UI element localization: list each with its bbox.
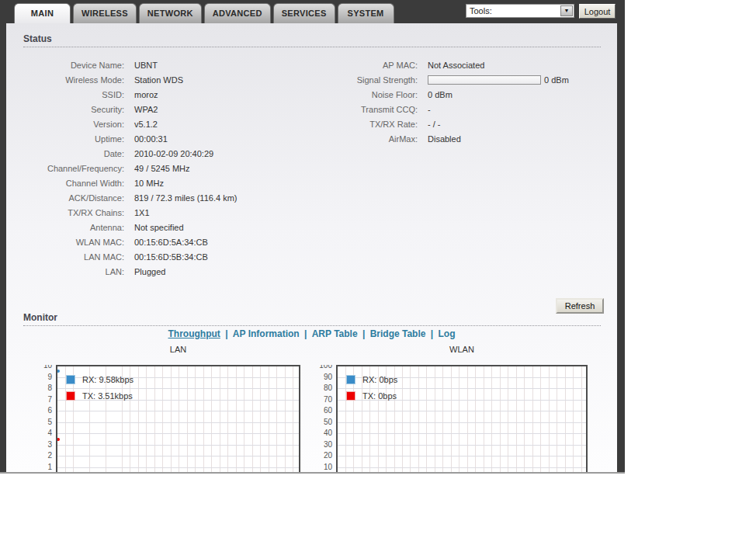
field-label: TX/RX Chains: bbox=[23, 208, 124, 217]
legend-swatch bbox=[66, 375, 75, 384]
lan-chart: LAN 10987654321 RX: 9.58kbps TX: 3.51kbp… bbox=[29, 345, 300, 474]
chart-title: WLAN bbox=[310, 345, 588, 356]
tab-wireless[interactable]: WIRELESS bbox=[73, 3, 137, 23]
field-row-antenna: Antenna: Not specified bbox=[23, 220, 237, 234]
field-label: Wireless Mode: bbox=[23, 75, 124, 85]
field-row-device-name: Device Name: UBNT bbox=[23, 57, 237, 72]
field-value: 819 / 72.3 miles (116.4 km) bbox=[134, 193, 237, 203]
y-tick-label: 3 bbox=[30, 440, 52, 450]
legend-swatch bbox=[66, 391, 75, 401]
y-tick-label: 7 bbox=[30, 395, 52, 404]
chart-body: 10987654321 RX: 9.58kbps TX: 3.51kbps bbox=[29, 365, 300, 474]
field-label: Date: bbox=[23, 149, 124, 158]
y-tick-label: 5 bbox=[30, 418, 52, 427]
screen: MAIN WIRELESS NETWORK ADVANCED SERVICES … bbox=[0, 0, 756, 545]
field-label: TX/RX Rate: bbox=[342, 120, 418, 129]
link-separator: | bbox=[304, 328, 307, 339]
link-log[interactable]: Log bbox=[438, 328, 455, 339]
signal-strength-bar bbox=[428, 75, 541, 85]
field-value: moroz bbox=[134, 90, 158, 99]
y-tick-label: 70 bbox=[310, 395, 332, 404]
tab-network[interactable]: NETWORK bbox=[139, 3, 202, 23]
y-axis: 10987654321 bbox=[29, 365, 56, 474]
y-tick-label: 10 bbox=[30, 365, 52, 370]
y-tick-label: 9 bbox=[30, 373, 52, 382]
field-label: Transmit CCQ: bbox=[342, 105, 418, 114]
chart-title: LAN bbox=[29, 345, 300, 356]
airos-page: MAIN WIRELESS NETWORK ADVANCED SERVICES … bbox=[0, 0, 625, 474]
tab-advanced[interactable]: ADVANCED bbox=[204, 3, 271, 23]
link-separator: | bbox=[362, 328, 365, 339]
field-label: WLAN MAC: bbox=[23, 238, 124, 247]
y-tick-label: 1 bbox=[30, 463, 52, 472]
field-value: - bbox=[428, 105, 431, 114]
field-label: Noise Floor: bbox=[342, 90, 418, 99]
field-label: Antenna: bbox=[23, 223, 124, 232]
field-label: LAN MAC: bbox=[23, 252, 124, 262]
logout-button[interactable]: Logout bbox=[579, 4, 616, 19]
chart-plot: RX: 0bps TX: 0bps bbox=[336, 365, 588, 474]
field-row-date: Date: 2010-02-09 20:40:29 bbox=[23, 146, 237, 161]
link-ap-information[interactable]: AP Information bbox=[233, 328, 300, 339]
field-value: WPA2 bbox=[134, 105, 158, 114]
field-value: 10 MHz bbox=[134, 179, 164, 188]
field-label: Device Name: bbox=[23, 61, 124, 70]
field-row-channel-frequency: Channel/Frequency: 49 / 5245 MHz bbox=[23, 161, 237, 175]
field-value: 49 / 5245 MHz bbox=[134, 164, 190, 173]
chart-legend: RX: 9.58kbps TX: 3.51kbps bbox=[66, 374, 134, 407]
field-value: 0 dBm bbox=[428, 75, 569, 85]
tools-select[interactable]: Tools: ▼ bbox=[466, 4, 574, 18]
field-label: Uptime: bbox=[23, 134, 124, 144]
field-value: Plugged bbox=[134, 267, 165, 276]
y-axis: 100908070605040302010 bbox=[310, 365, 336, 474]
y-tick-label: 50 bbox=[310, 418, 332, 427]
field-value: Station WDS bbox=[134, 75, 183, 85]
y-tick-label: 4 bbox=[30, 429, 52, 438]
legend-label: RX: 0bps bbox=[362, 375, 397, 384]
chevron-down-icon[interactable]: ▼ bbox=[560, 5, 573, 16]
legend-row-rx: RX: 0bps bbox=[346, 374, 397, 384]
field-row-noise-floor: Noise Floor: 0 dBm bbox=[342, 87, 569, 102]
field-value: UBNT bbox=[134, 61, 158, 70]
legend-label: RX: 9.58kbps bbox=[82, 375, 134, 384]
tab-system[interactable]: SYSTEM bbox=[338, 3, 394, 23]
y-tick-label: 20 bbox=[310, 451, 332, 460]
field-label: AP MAC: bbox=[342, 61, 418, 70]
field-label: LAN: bbox=[23, 267, 124, 276]
tab-main[interactable]: MAIN bbox=[14, 3, 71, 23]
link-separator: | bbox=[225, 328, 227, 339]
field-row-txrx-chains: TX/RX Chains: 1X1 bbox=[23, 205, 237, 220]
y-tick-label: 6 bbox=[30, 406, 52, 415]
field-row-transmit-ccq: Transmit CCQ: - bbox=[342, 102, 569, 116]
field-value: Not Associated bbox=[428, 61, 484, 70]
field-label: SSID: bbox=[23, 90, 124, 99]
field-value: 00:15:6D:5B:34:CB bbox=[134, 252, 208, 262]
wlan-chart: WLAN 100908070605040302010 RX: 0bps TX: … bbox=[310, 345, 588, 474]
status-right-column: AP MAC: Not Associated Signal Strength: … bbox=[342, 57, 569, 146]
field-value: 00:00:31 bbox=[134, 134, 168, 144]
data-point bbox=[57, 438, 60, 441]
field-row-txrx-rate: TX/RX Rate: - / - bbox=[342, 116, 569, 131]
y-tick-label: 8 bbox=[30, 384, 52, 393]
field-row-lan: LAN: Plugged bbox=[23, 264, 237, 279]
field-label: AirMax: bbox=[342, 134, 418, 144]
refresh-button[interactable]: Refresh bbox=[556, 298, 604, 314]
field-row-signal-strength: Signal Strength: 0 dBm bbox=[342, 72, 569, 87]
link-throughput[interactable]: Throughput bbox=[168, 328, 220, 339]
link-arp-table[interactable]: ARP Table bbox=[312, 328, 358, 339]
link-bridge-table[interactable]: Bridge Table bbox=[370, 328, 426, 339]
monitor-heading: Monitor bbox=[23, 312, 601, 326]
field-row-lan-mac: LAN MAC: 00:15:6D:5B:34:CB bbox=[23, 249, 237, 264]
legend-row-tx: TX: 0bps bbox=[346, 391, 397, 401]
legend-label: TX: 0bps bbox=[362, 391, 397, 401]
field-row-ssid: SSID: moroz bbox=[23, 87, 237, 102]
field-value: 2010-02-09 20:40:29 bbox=[134, 149, 213, 158]
legend-swatch bbox=[346, 391, 355, 401]
link-separator: | bbox=[431, 328, 433, 339]
tab-services[interactable]: SERVICES bbox=[273, 3, 335, 23]
field-row-version: Version: v5.1.2 bbox=[23, 116, 237, 131]
field-row-airmax: AirMax: Disabled bbox=[342, 131, 569, 146]
field-value: Not specified bbox=[134, 223, 184, 232]
field-label: ACK/Distance: bbox=[23, 193, 124, 203]
field-label: Security: bbox=[23, 105, 124, 114]
